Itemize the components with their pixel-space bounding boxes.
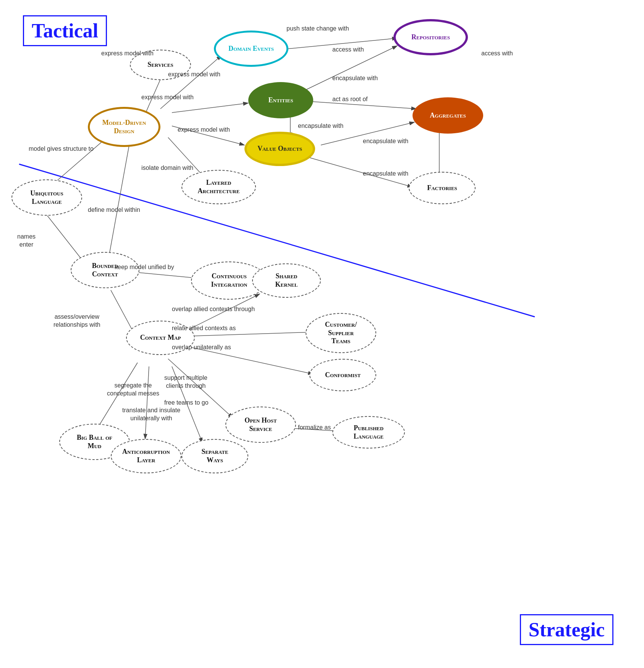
- bounded-context-node: Bounded Context: [71, 252, 139, 288]
- svg-line-8: [306, 101, 416, 109]
- svg-line-22: [168, 359, 233, 418]
- services-label: Services: [147, 61, 173, 69]
- conformist-node: Conformist: [309, 359, 376, 391]
- svg-line-11: [306, 157, 413, 187]
- entities-node: Entities: [248, 82, 313, 118]
- access-with2-label: access with: [481, 50, 513, 58]
- factories-node: Factories: [409, 172, 476, 204]
- strategic-text: Strategic: [529, 619, 605, 641]
- svg-line-24: [145, 366, 149, 439]
- model-gives-label: model gives structure to: [29, 145, 94, 153]
- support-multiple-label: support multiple clients through: [164, 374, 207, 390]
- ubiquitous-node: Ubiquitous Language: [11, 179, 82, 216]
- open-host-node: Open Host Service: [225, 407, 296, 443]
- shared-kernel-node: Shared Kernel: [252, 263, 321, 298]
- diagram-container: Tactical Strategic: [0, 0, 644, 668]
- svg-line-14: [50, 137, 107, 187]
- model-driven-node: Model-Driven Design: [88, 107, 160, 147]
- services-node: Services: [130, 50, 191, 80]
- overlap1-label: overlap allied contexts through: [172, 305, 255, 313]
- svg-line-25: [172, 366, 202, 443]
- svg-line-21: [191, 347, 313, 374]
- svg-line-20: [195, 332, 313, 336]
- model-driven-label: Model-Driven Design: [102, 119, 146, 135]
- domain-events-label: Domain Events: [228, 45, 274, 53]
- act-as-root-label: act as root of: [332, 95, 368, 103]
- segregate-label: segregate the conceptual messes: [107, 382, 159, 398]
- factories-label: Factories: [427, 184, 457, 192]
- express3-label: express model with: [141, 94, 194, 102]
- conformist-label: Conformist: [325, 371, 361, 379]
- svg-line-10: [321, 122, 414, 145]
- access-with1-label: access with: [332, 46, 364, 54]
- isolate-domain-label: isolate domain with: [141, 164, 193, 172]
- anticorruption-label: Anticorruption Layer: [122, 448, 170, 464]
- entities-label: Entities: [269, 96, 293, 105]
- layered-arch-node: Layered Architecture: [181, 170, 256, 204]
- strategic-label: Strategic: [520, 614, 613, 645]
- big-ball-label: Big Ball of Mud: [77, 434, 112, 450]
- formalize-label: formalize as: [298, 424, 331, 432]
- translate-label: translate and insulate unilaterally with: [122, 407, 180, 423]
- separate-ways-label: Separate Ways: [201, 448, 228, 464]
- bounded-context-label: Bounded Context: [92, 262, 118, 278]
- aggregates-label: Aggregates: [430, 111, 466, 120]
- customer-supplier-label: Customer/ Supplier Teams: [325, 321, 357, 345]
- svg-line-23: [95, 363, 138, 431]
- shared-kernel-label: Shared Kernel: [275, 272, 298, 289]
- tactical-label: Tactical: [23, 15, 107, 46]
- express4-label: express model with: [178, 126, 230, 134]
- define-model-label: define model within: [88, 206, 140, 214]
- svg-line-4: [172, 103, 248, 113]
- encapsulate2-label: encapsulate with: [298, 122, 343, 130]
- value-objects-node: Value Objects: [244, 132, 315, 166]
- separate-ways-node: Separate Ways: [181, 439, 248, 473]
- repositories-label: Repositories: [411, 33, 450, 42]
- encapsulate1-label: encapsulate with: [332, 74, 378, 82]
- domain-events-node: Domain Events: [214, 31, 288, 67]
- encapsulate4-label: encapsulate with: [363, 170, 408, 178]
- assess-label: assess/overview relationships with: [53, 313, 100, 329]
- published-language-node: Published Language: [332, 416, 405, 449]
- svg-line-7: [294, 46, 397, 95]
- free-teams-label: free teams to go: [164, 399, 209, 407]
- svg-line-19: [183, 294, 260, 332]
- svg-line-16: [107, 141, 130, 267]
- svg-line-6: [279, 38, 397, 50]
- context-map-label: Context Map: [140, 334, 181, 342]
- published-language-label: Published Language: [354, 424, 383, 440]
- tactical-text: Tactical: [32, 20, 98, 42]
- customer-supplier-node: Customer/ Supplier Teams: [306, 313, 376, 353]
- names-enter-label: names enter: [17, 233, 36, 249]
- svg-line-5: [172, 126, 244, 145]
- open-host-label: Open Host Service: [244, 416, 277, 433]
- push-state-label: push state change with: [286, 25, 349, 33]
- encapsulate3-label: encapsulate with: [363, 137, 408, 145]
- context-map-node: Context Map: [126, 321, 195, 355]
- anticorruption-node: Anticorruption Layer: [111, 439, 181, 473]
- repositories-node: Repositories: [393, 19, 468, 55]
- aggregates-node: Aggregates: [413, 97, 483, 134]
- ubiquitous-label: Ubiquitous Language: [30, 189, 63, 206]
- layered-arch-label: Layered Architecture: [198, 179, 240, 195]
- value-objects-label: Value Objects: [257, 145, 302, 153]
- continuous-integration-label: Continuous Integration: [211, 272, 248, 289]
